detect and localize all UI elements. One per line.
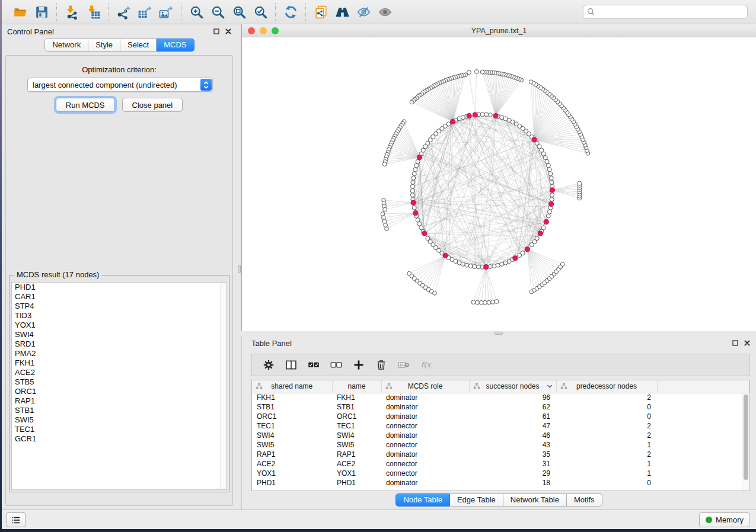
vertical-splitter[interactable] bbox=[237, 24, 241, 509]
table-cell[interactable]: dominator bbox=[381, 431, 469, 440]
tab-select[interactable]: Select bbox=[120, 39, 157, 52]
table-cell[interactable]: TEC1 bbox=[332, 421, 381, 431]
table-tab-network-table[interactable]: Network Table bbox=[503, 493, 567, 507]
toolbar-find-neighbors-button[interactable] bbox=[331, 2, 353, 21]
mcds-result-item[interactable]: CAR1 bbox=[12, 292, 227, 302]
column-header-predecessor-nodes[interactable]: predecessor nodes bbox=[556, 380, 657, 393]
mcds-result-item[interactable]: TEC1 bbox=[12, 425, 227, 434]
mcds-result-list[interactable]: PHD1CAR1STP4TID3YOX1SWI4SRD1PMA2FKH1ACE2… bbox=[11, 282, 227, 490]
toolbar-export-table-button[interactable] bbox=[134, 2, 155, 21]
table-cell[interactable]: dominator bbox=[381, 402, 469, 412]
table-cell[interactable]: 1 bbox=[556, 469, 657, 478]
table-cell[interactable]: 43 bbox=[469, 440, 556, 450]
table-scrollbar-thumb[interactable] bbox=[744, 395, 748, 480]
splitter-handle[interactable] bbox=[238, 265, 241, 273]
float-table-panel-button[interactable] bbox=[732, 339, 738, 346]
table-cell[interactable]: 0 bbox=[556, 402, 657, 412]
mcds-result-item[interactable]: STB1 bbox=[12, 406, 227, 415]
table-deselect-all-button[interactable] bbox=[327, 356, 346, 374]
close-table-panel-button[interactable] bbox=[744, 339, 750, 346]
mcds-result-item[interactable]: GCR1 bbox=[12, 434, 227, 444]
toolbar-open-file-button[interactable] bbox=[9, 2, 31, 21]
table-cell[interactable]: 2 bbox=[556, 393, 657, 402]
close-panel-action-button[interactable]: Close panel bbox=[122, 98, 183, 112]
table-cell[interactable]: dominator bbox=[381, 478, 469, 488]
table-cell[interactable]: 35 bbox=[469, 450, 556, 459]
table-cell[interactable]: connector bbox=[381, 469, 469, 478]
toolbar-export-image-button[interactable] bbox=[155, 2, 177, 21]
table-cell[interactable]: dominator bbox=[381, 450, 469, 459]
toolbar-export-network-button[interactable] bbox=[113, 2, 134, 21]
table-cell[interactable]: STB1 bbox=[332, 402, 381, 412]
table-cell[interactable]: FKH1 bbox=[332, 393, 381, 402]
column-header-shared-name[interactable]: shared name bbox=[252, 380, 332, 393]
table-cell[interactable]: STB1 bbox=[252, 402, 332, 412]
tab-mcds[interactable]: MCDS bbox=[157, 39, 194, 52]
mcds-result-item[interactable]: PMA2 bbox=[12, 349, 227, 358]
toolbar-zoom-fit-button[interactable] bbox=[228, 2, 250, 21]
toolbar-clone-network-button[interactable] bbox=[310, 2, 331, 21]
network-canvas[interactable] bbox=[242, 37, 756, 331]
mcds-result-item[interactable]: FKH1 bbox=[12, 358, 227, 368]
task-history-button[interactable] bbox=[7, 512, 25, 527]
network-graph[interactable] bbox=[242, 37, 756, 331]
table-delete-row-button[interactable] bbox=[372, 356, 391, 374]
toolbar-import-network-button[interactable] bbox=[61, 2, 82, 21]
table-select-all-button[interactable] bbox=[304, 356, 323, 374]
table-cell[interactable]: ACE2 bbox=[252, 459, 332, 469]
tab-style[interactable]: Style bbox=[88, 39, 120, 52]
table-cell[interactable]: dominator bbox=[381, 393, 469, 402]
column-header-MCDS-role[interactable]: MCDS role bbox=[381, 380, 469, 393]
table-cell[interactable]: 46 bbox=[469, 431, 556, 440]
mcds-result-item[interactable]: RAP1 bbox=[12, 396, 227, 406]
table-add-row-button[interactable] bbox=[349, 356, 368, 374]
table-cell[interactable]: ORC1 bbox=[252, 412, 332, 421]
table-cell[interactable]: 1 bbox=[556, 440, 657, 450]
table-tab-edge-table[interactable]: Edge Table bbox=[450, 493, 503, 507]
table-cell[interactable]: ORC1 bbox=[332, 412, 381, 421]
table-cell[interactable]: SWI4 bbox=[332, 431, 381, 440]
table-cell[interactable]: 2 bbox=[556, 450, 657, 459]
toolbar-zoom-out-button[interactable] bbox=[207, 2, 228, 21]
table-cell[interactable]: ACE2 bbox=[332, 459, 381, 469]
mcds-result-item[interactable]: SRD1 bbox=[12, 339, 227, 349]
search-input[interactable] bbox=[596, 6, 747, 18]
toolbar-import-table-button[interactable] bbox=[82, 2, 104, 21]
table-tab-motifs[interactable]: Motifs bbox=[567, 493, 602, 507]
run-mcds-button[interactable]: Run MCDS bbox=[56, 98, 115, 112]
float-panel-button[interactable] bbox=[213, 28, 219, 34]
mcds-result-item[interactable]: YOX1 bbox=[12, 321, 227, 330]
toolbar-hide-selected-button[interactable] bbox=[353, 2, 374, 21]
table-cell[interactable]: 0 bbox=[556, 478, 657, 488]
mcds-result-item[interactable]: TID3 bbox=[12, 311, 227, 321]
mcds-result-item[interactable]: PHD1 bbox=[12, 283, 227, 292]
table-cell[interactable]: 29 bbox=[469, 469, 556, 478]
table-cell[interactable]: PHD1 bbox=[252, 478, 332, 488]
table-cell[interactable]: YOX1 bbox=[252, 469, 332, 478]
toolbar-refresh-button[interactable] bbox=[280, 2, 301, 21]
mcds-result-item[interactable]: ACE2 bbox=[12, 368, 227, 377]
table-cell[interactable]: TEC1 bbox=[252, 421, 332, 431]
table-cell[interactable]: 1 bbox=[556, 459, 657, 469]
table-cell[interactable]: 0 bbox=[556, 412, 657, 421]
horizontal-splitter[interactable] bbox=[241, 331, 756, 336]
table-cell[interactable]: dominator bbox=[381, 412, 469, 421]
optimization-criterion-select[interactable]: largest connected component (undirected) bbox=[27, 78, 213, 92]
tab-network[interactable]: Network bbox=[44, 39, 88, 52]
table-cell[interactable]: 62 bbox=[469, 402, 556, 412]
table-cell[interactable]: 61 bbox=[469, 412, 556, 421]
table-cell[interactable]: 31 bbox=[469, 459, 556, 469]
mcds-result-item[interactable]: SWI5 bbox=[12, 415, 227, 425]
close-panel-button[interactable] bbox=[225, 28, 231, 34]
table-cell[interactable]: SWI5 bbox=[252, 440, 332, 450]
mcds-result-item[interactable]: ORC1 bbox=[12, 387, 227, 396]
table-columns-button[interactable] bbox=[282, 356, 301, 374]
table-cell[interactable]: connector bbox=[381, 459, 469, 469]
toolbar-save-session-button[interactable] bbox=[31, 2, 52, 21]
table-cell[interactable]: 2 bbox=[556, 431, 657, 440]
table-cell[interactable]: connector bbox=[381, 421, 469, 431]
table-cell[interactable]: SWI5 bbox=[332, 440, 381, 450]
column-header-name[interactable]: name bbox=[332, 380, 381, 393]
table-cell[interactable]: 96 bbox=[469, 393, 556, 402]
mcds-result-item[interactable]: STP4 bbox=[12, 302, 227, 311]
